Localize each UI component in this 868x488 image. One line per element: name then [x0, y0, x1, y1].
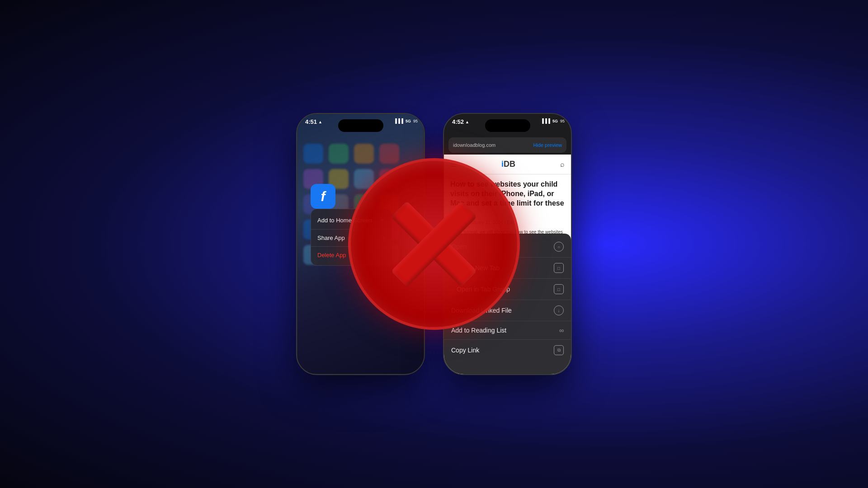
- phone2-wrapper: 4:52 ▲ ▐▐▐ 5G 95 idownloadblog.com Hide …: [443, 113, 572, 375]
- chevron-right-icon: ›: [451, 286, 453, 292]
- phone2: 4:52 ▲ ▐▐▐ 5G 95 idownloadblog.com Hide …: [443, 113, 572, 375]
- status-bar-phone1: 4:51 ▲ ▐▐▐ 5G 95: [297, 114, 424, 137]
- status-icons-phone2: ▐▐▐ 5G 95: [541, 118, 565, 123]
- phone1: 4:51 ▲ ▐▐▐ 5G 95 f Add to Home Screen ＋: [296, 113, 425, 375]
- safari-content-area: ☰ iDB ⌕ How to see websites your child v…: [444, 155, 571, 374]
- delete-app-item[interactable]: Delete App: [311, 248, 392, 263]
- open-item[interactable]: Open ○: [444, 236, 571, 258]
- phone1-context-menu: Add to Home Screen ＋ Share App ↑ Delete …: [311, 209, 392, 266]
- idb-logo: iDB: [501, 160, 515, 169]
- download-linked-file-item[interactable]: Download Linked File ↓: [444, 300, 571, 321]
- facebook-app-icon[interactable]: f: [311, 184, 335, 209]
- location-icon-phone1: ▲: [318, 120, 322, 124]
- safari-nav-bar: ☰ iDB ⌕: [444, 155, 571, 174]
- copy-link-item[interactable]: Copy Link ⧉: [444, 340, 571, 361]
- divider1: [311, 229, 392, 230]
- divider2: [311, 246, 392, 247]
- article-title: How to see websites your child visits on…: [450, 180, 565, 217]
- new-tab-icon: □: [554, 263, 564, 273]
- battery-phone1: 95: [413, 119, 418, 123]
- signal-bars-phone1: ▐▐▐: [394, 118, 403, 123]
- open-new-tab-item[interactable]: Open in New Tab □: [444, 258, 571, 279]
- add-to-home-screen-item[interactable]: Add to Home Screen ＋: [311, 212, 392, 228]
- add-reading-list-item[interactable]: Add to Reading List ∞: [444, 321, 571, 340]
- url-display: idownloadblog.com: [453, 142, 533, 148]
- status-icons-phone1: ▐▐▐ 5G 95: [394, 118, 418, 123]
- article-meta: Thakur · January 11, 2024 / Edit: [450, 220, 565, 225]
- time-phone2: 4:52 ▲: [452, 118, 469, 125]
- hamburger-icon[interactable]: ☰: [450, 160, 457, 169]
- tab-group-icon: □: [554, 284, 564, 294]
- open-icon: ○: [554, 242, 564, 252]
- hide-preview-button[interactable]: Hide preview: [533, 142, 562, 148]
- download-icon: ↓: [554, 305, 564, 315]
- status-bar-phone2: 4:52 ▲ ▐▐▐ 5G 95: [444, 114, 571, 137]
- location-icon-phone2: ▲: [465, 120, 469, 124]
- share-icon: ↑: [382, 235, 386, 241]
- battery-phone2: 95: [560, 119, 565, 123]
- signal-bars-phone2: ▐▐▐: [541, 118, 550, 123]
- scene: 4:51 ▲ ▐▐▐ 5G 95 f Add to Home Screen ＋: [0, 0, 868, 488]
- reading-list-icon: ∞: [559, 327, 564, 334]
- time-phone1: 4:51 ▲: [305, 118, 322, 125]
- safari-url-bar[interactable]: idownloadblog.com Hide preview: [448, 137, 566, 153]
- phone2-context-menu: Open ○ Open in New Tab □ › Open in Tab G…: [444, 234, 571, 374]
- add-icon: ＋: [379, 216, 385, 224]
- open-tab-group-item[interactable]: › Open in Tab Group □: [444, 279, 571, 300]
- copy-icon: ⧉: [554, 345, 564, 355]
- share-app-item[interactable]: Share App ↑: [311, 230, 392, 245]
- phone1-wrapper: 4:51 ▲ ▐▐▐ 5G 95 f Add to Home Screen ＋: [296, 113, 425, 375]
- search-icon[interactable]: ⌕: [560, 160, 565, 169]
